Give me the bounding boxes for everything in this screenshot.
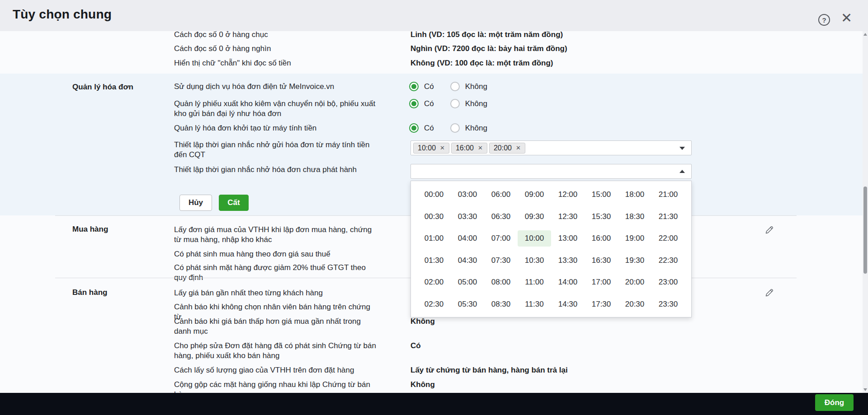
section-title-invoice: Quản lý hóa đơn [72,83,133,92]
setting-label: Thiết lập thời gian nhắc nhở gửi hóa đơn… [174,140,378,160]
time-option[interactable]: 23:30 [651,296,685,312]
time-option[interactable]: 07:00 [484,230,518,247]
time-option[interactable]: 14:30 [551,296,585,312]
time-option[interactable]: 14:00 [551,274,585,290]
time-option-highlighted[interactable]: 10:00 [518,230,551,247]
time-option[interactable]: 02:30 [417,296,451,312]
time-option[interactable]: 03:00 [451,187,484,203]
scrollbar-thumb[interactable] [863,187,867,274]
time-option[interactable]: 08:00 [484,274,518,290]
time-option[interactable]: 04:00 [451,230,484,247]
time-option[interactable]: 22:00 [651,230,685,247]
time-dropdown-panel: 00:0003:0006:0009:0012:0015:0018:0021:00… [410,181,692,317]
close-dialog-button[interactable]: Đóng [815,394,854,411]
time-option[interactable]: 12:00 [551,187,585,203]
setting-label: Cho phép sửa Đơn đặt hàng đã có phát sin… [174,341,378,361]
time-option[interactable]: 01:30 [417,252,451,269]
setting-label: Lấy đơn giá mua của VTHH khi lập đơn mua… [174,225,378,245]
setting-label: Có phát sinh mua hàng theo đơn giá sau t… [174,249,378,259]
radio-yes-label[interactable]: Có [424,124,434,133]
radio-no[interactable] [450,82,460,91]
time-option[interactable]: 12:30 [551,209,585,225]
time-dropdown-row: 01:3004:3007:3010:3013:3016:3019:3022:30 [417,250,691,272]
time-option[interactable]: 00:00 [417,187,451,203]
pending-time-select[interactable] [410,164,692,179]
setting-value: Linh (VD: 105 đọc là: một trăm năm đồng) [410,30,563,40]
close-icon[interactable]: ✕ [841,12,853,24]
time-option[interactable]: 03:30 [451,209,484,225]
time-option[interactable]: 19:30 [618,252,651,269]
time-option[interactable]: 21:30 [651,209,685,225]
time-dropdown-grid: 00:0003:0006:0009:0012:0015:0018:0021:00… [417,184,691,315]
radio-dot [411,126,416,131]
time-option[interactable]: 07:30 [484,252,518,269]
time-option[interactable]: 09:30 [518,209,551,225]
time-tag-value: 16:00 [456,144,474,152]
time-option[interactable]: 18:30 [618,209,651,225]
radio-dot [411,101,416,106]
time-option[interactable]: 05:30 [451,296,484,312]
time-option[interactable]: 05:00 [451,274,484,290]
radio-group: Có Không [409,123,497,133]
time-option[interactable]: 02:00 [417,274,451,290]
save-button[interactable]: Cất [219,195,249,211]
dialog-header: Tùy chọn chung ? ✕ [0,0,868,31]
edit-pencil-icon[interactable] [764,224,775,235]
time-option[interactable]: 22:30 [651,252,685,269]
time-option[interactable]: 17:00 [585,274,618,290]
remove-tag-icon[interactable]: ✕ [516,145,521,151]
help-icon[interactable]: ? [818,14,830,26]
remove-tag-icon[interactable]: ✕ [478,145,483,151]
radio-yes-label[interactable]: Có [424,82,434,91]
time-option[interactable]: 15:30 [585,209,618,225]
radio-no[interactable] [450,123,460,133]
setting-label: Cách lấy số lượng giao của VTHH trên đơn… [174,365,378,375]
time-option[interactable]: 16:00 [585,230,618,247]
radio-yes-label[interactable]: Có [424,99,434,108]
time-option[interactable]: 11:30 [518,296,551,312]
time-option[interactable]: 23:00 [651,274,685,290]
time-option[interactable]: 06:30 [484,209,518,225]
footer-bar: Đóng [0,393,868,415]
time-option[interactable]: 06:00 [484,187,518,203]
scroll-up-icon[interactable] [863,33,867,36]
time-option[interactable]: 08:30 [484,296,518,312]
edit-pencil-icon[interactable] [764,287,775,298]
time-option[interactable]: 00:30 [417,209,451,225]
radio-yes[interactable] [409,99,419,108]
time-option[interactable]: 13:00 [551,230,585,247]
radio-no-label[interactable]: Không [465,82,487,91]
cancel-button[interactable]: Hủy [179,195,212,211]
time-option[interactable]: 10:30 [518,252,551,269]
radio-no-label[interactable]: Không [465,99,487,108]
time-option[interactable]: 11:00 [518,274,551,290]
time-tag-value: 20:00 [494,144,512,152]
time-option[interactable]: 20:00 [618,274,651,290]
setting-label: Hiển thị chữ "chẵn" khi đọc số tiền [174,58,378,68]
time-option[interactable]: 09:00 [518,187,551,203]
time-option[interactable]: 18:00 [618,187,651,203]
radio-no-label[interactable]: Không [465,124,487,133]
cqt-time-multiselect[interactable]: 10:00 ✕ 16:00 ✕ 20:00 ✕ [410,140,692,155]
setting-label: Cách đọc số 0 ở hàng chục [174,30,378,40]
time-option[interactable]: 17:30 [585,296,618,312]
time-option[interactable]: 01:00 [417,230,451,247]
scroll-down-icon[interactable] [863,388,867,391]
scrollbar[interactable] [863,31,868,393]
time-option[interactable]: 16:30 [585,252,618,269]
time-option[interactable]: 19:00 [618,230,651,247]
remove-tag-icon[interactable]: ✕ [440,145,445,151]
radio-yes[interactable] [409,123,419,133]
time-option[interactable]: 21:00 [651,187,685,203]
chevron-down-icon[interactable] [679,147,685,150]
radio-no[interactable] [450,99,460,108]
time-tag: 10:00 ✕ [413,143,449,154]
chevron-up-icon[interactable] [679,170,685,173]
time-option[interactable]: 13:30 [551,252,585,269]
radio-yes[interactable] [409,82,419,91]
time-option[interactable]: 15:00 [585,187,618,203]
time-dropdown-row: 00:3003:3006:3009:3012:3015:3018:3021:30 [417,206,691,228]
section-title-purchase: Mua hàng [72,225,108,234]
time-option[interactable]: 04:30 [451,252,484,269]
time-option[interactable]: 20:30 [618,296,651,312]
